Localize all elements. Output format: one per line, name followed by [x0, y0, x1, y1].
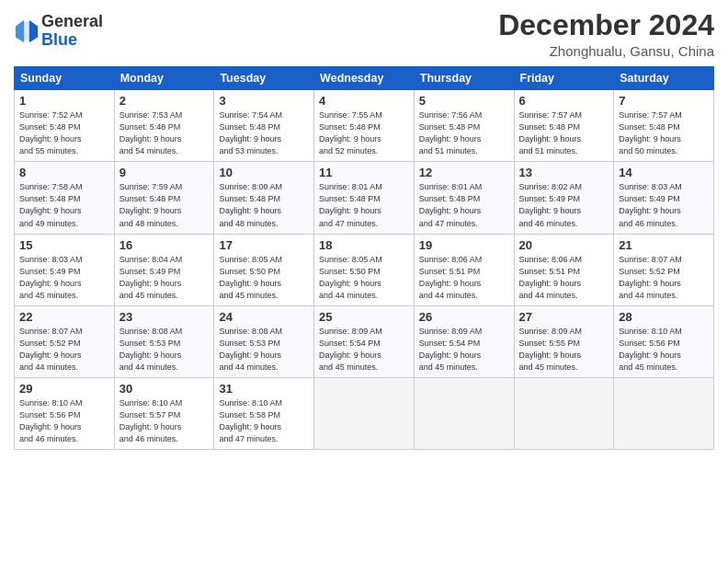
day-number: 24 [219, 310, 309, 324]
calendar-cell: 27Sunrise: 8:09 AMSunset: 5:55 PMDayligh… [514, 305, 614, 377]
week-row-3: 15Sunrise: 8:03 AMSunset: 5:49 PMDayligh… [15, 234, 714, 305]
logo-line1: General [41, 12, 103, 30]
day-number: 17 [219, 238, 309, 252]
calendar-cell: 12Sunrise: 8:01 AMSunset: 5:48 PMDayligh… [414, 162, 514, 234]
calendar-cell: 2Sunrise: 7:53 AMSunset: 5:48 PMDaylight… [114, 90, 214, 162]
calendar-cell: 24Sunrise: 8:08 AMSunset: 5:53 PMDayligh… [214, 305, 314, 377]
day-number: 27 [519, 310, 609, 324]
day-info: Sunrise: 8:09 AMSunset: 5:54 PMDaylight:… [419, 326, 509, 373]
calendar-cell [514, 377, 614, 449]
calendar-cell: 7Sunrise: 7:57 AMSunset: 5:48 PMDaylight… [614, 90, 714, 162]
day-info: Sunrise: 7:59 AMSunset: 5:48 PMDaylight:… [119, 181, 210, 229]
day-info: Sunrise: 7:55 AMSunset: 5:48 PMDaylight:… [319, 109, 409, 157]
day-number: 18 [319, 238, 409, 252]
header: General Blue December 2024 Zhonghualu, G… [14, 9, 714, 59]
day-info: Sunrise: 8:10 AMSunset: 5:57 PMDaylight:… [119, 397, 210, 445]
calendar-cell: 30Sunrise: 8:10 AMSunset: 5:57 PMDayligh… [114, 377, 214, 449]
day-info: Sunrise: 8:07 AMSunset: 5:52 PMDaylight:… [19, 326, 109, 373]
col-thursday: Thursday [414, 67, 514, 90]
calendar-cell [614, 377, 714, 449]
calendar-cell: 22Sunrise: 8:07 AMSunset: 5:52 PMDayligh… [15, 305, 115, 377]
day-info: Sunrise: 8:09 AMSunset: 5:54 PMDaylight:… [319, 326, 409, 373]
day-info: Sunrise: 8:08 AMSunset: 5:53 PMDaylight:… [119, 326, 210, 373]
day-number: 5 [419, 94, 509, 108]
calendar-cell: 8Sunrise: 7:58 AMSunset: 5:48 PMDaylight… [15, 162, 115, 234]
day-number: 7 [619, 94, 709, 108]
day-number: 4 [319, 94, 409, 108]
calendar-cell: 1Sunrise: 7:52 AMSunset: 5:48 PMDaylight… [15, 90, 115, 162]
week-row-4: 22Sunrise: 8:07 AMSunset: 5:52 PMDayligh… [15, 305, 714, 377]
calendar-cell: 6Sunrise: 7:57 AMSunset: 5:48 PMDaylight… [514, 90, 614, 162]
calendar-cell: 17Sunrise: 8:05 AMSunset: 5:50 PMDayligh… [214, 234, 314, 305]
day-info: Sunrise: 8:05 AMSunset: 5:50 PMDaylight:… [319, 254, 409, 302]
day-number: 6 [519, 94, 609, 108]
day-info: Sunrise: 8:10 AMSunset: 5:56 PMDaylight:… [19, 397, 109, 445]
day-info: Sunrise: 8:10 AMSunset: 5:56 PMDaylight:… [619, 326, 709, 373]
day-info: Sunrise: 7:57 AMSunset: 5:48 PMDaylight:… [519, 109, 609, 157]
day-number: 16 [119, 238, 210, 252]
calendar-cell [414, 377, 514, 449]
day-info: Sunrise: 7:54 AMSunset: 5:48 PMDaylight:… [219, 109, 309, 157]
col-friday: Friday [514, 67, 614, 90]
month-title: December 2024 [498, 9, 714, 41]
week-row-5: 29Sunrise: 8:10 AMSunset: 5:56 PMDayligh… [15, 377, 714, 449]
day-info: Sunrise: 7:53 AMSunset: 5:48 PMDaylight:… [119, 109, 210, 157]
calendar-cell: 29Sunrise: 8:10 AMSunset: 5:56 PMDayligh… [15, 377, 115, 449]
day-number: 23 [119, 310, 210, 324]
calendar-cell: 19Sunrise: 8:06 AMSunset: 5:51 PMDayligh… [414, 234, 514, 305]
day-number: 14 [619, 166, 709, 179]
day-info: Sunrise: 8:00 AMSunset: 5:48 PMDaylight:… [219, 181, 309, 229]
day-info: Sunrise: 7:52 AMSunset: 5:48 PMDaylight:… [19, 109, 109, 157]
day-info: Sunrise: 8:06 AMSunset: 5:51 PMDaylight:… [419, 254, 509, 302]
calendar-table: Sunday Monday Tuesday Wednesday Thursday… [14, 66, 714, 450]
calendar-cell: 4Sunrise: 7:55 AMSunset: 5:48 PMDaylight… [314, 90, 415, 162]
day-info: Sunrise: 8:03 AMSunset: 5:49 PMDaylight:… [619, 181, 709, 229]
day-number: 1 [19, 94, 109, 108]
calendar-cell: 15Sunrise: 8:03 AMSunset: 5:49 PMDayligh… [15, 234, 115, 305]
day-number: 10 [219, 166, 309, 179]
logo: General Blue [14, 13, 103, 50]
day-info: Sunrise: 8:05 AMSunset: 5:50 PMDaylight:… [219, 254, 309, 302]
day-number: 26 [419, 310, 509, 324]
day-number: 19 [419, 238, 509, 252]
day-number: 28 [619, 310, 709, 324]
day-number: 13 [519, 166, 609, 179]
week-row-2: 8Sunrise: 7:58 AMSunset: 5:48 PMDaylight… [15, 162, 714, 234]
day-number: 8 [19, 166, 109, 179]
day-number: 11 [319, 166, 409, 179]
day-number: 22 [19, 310, 109, 324]
calendar-cell: 18Sunrise: 8:05 AMSunset: 5:50 PMDayligh… [314, 234, 415, 305]
day-info: Sunrise: 8:09 AMSunset: 5:55 PMDaylight:… [519, 326, 609, 373]
calendar-cell: 31Sunrise: 8:10 AMSunset: 5:58 PMDayligh… [214, 377, 314, 449]
day-number: 3 [219, 94, 309, 108]
svg-marker-2 [16, 20, 24, 42]
day-info: Sunrise: 8:02 AMSunset: 5:49 PMDaylight:… [519, 181, 609, 229]
day-number: 25 [319, 310, 409, 324]
day-info: Sunrise: 8:07 AMSunset: 5:52 PMDaylight:… [619, 254, 709, 302]
day-number: 12 [419, 166, 509, 179]
day-number: 20 [519, 238, 609, 252]
day-number: 29 [19, 382, 109, 396]
day-info: Sunrise: 8:01 AMSunset: 5:48 PMDaylight:… [419, 181, 509, 229]
day-info: Sunrise: 7:56 AMSunset: 5:48 PMDaylight:… [419, 109, 509, 157]
logo-text: General Blue [41, 13, 103, 50]
calendar-cell: 13Sunrise: 8:02 AMSunset: 5:49 PMDayligh… [514, 162, 614, 234]
day-info: Sunrise: 8:08 AMSunset: 5:53 PMDaylight:… [219, 326, 309, 373]
day-info: Sunrise: 8:10 AMSunset: 5:58 PMDaylight:… [219, 397, 309, 445]
calendar-cell: 11Sunrise: 8:01 AMSunset: 5:48 PMDayligh… [314, 162, 415, 234]
day-info: Sunrise: 7:57 AMSunset: 5:48 PMDaylight:… [619, 109, 709, 157]
calendar-cell: 5Sunrise: 7:56 AMSunset: 5:48 PMDaylight… [414, 90, 514, 162]
day-number: 30 [119, 382, 210, 396]
calendar-cell: 23Sunrise: 8:08 AMSunset: 5:53 PMDayligh… [114, 305, 214, 377]
day-number: 21 [619, 238, 709, 252]
logo-icon [14, 18, 40, 44]
calendar-cell [314, 377, 415, 449]
svg-marker-1 [29, 20, 38, 42]
col-saturday: Saturday [614, 67, 714, 90]
location: Zhonghualu, Gansu, China [498, 43, 714, 59]
title-block: December 2024 Zhonghualu, Gansu, China [498, 9, 714, 59]
col-wednesday: Wednesday [314, 67, 415, 90]
page-container: General Blue December 2024 Zhonghualu, G… [0, 0, 728, 459]
day-info: Sunrise: 8:01 AMSunset: 5:48 PMDaylight:… [319, 181, 409, 229]
day-number: 15 [19, 238, 109, 252]
